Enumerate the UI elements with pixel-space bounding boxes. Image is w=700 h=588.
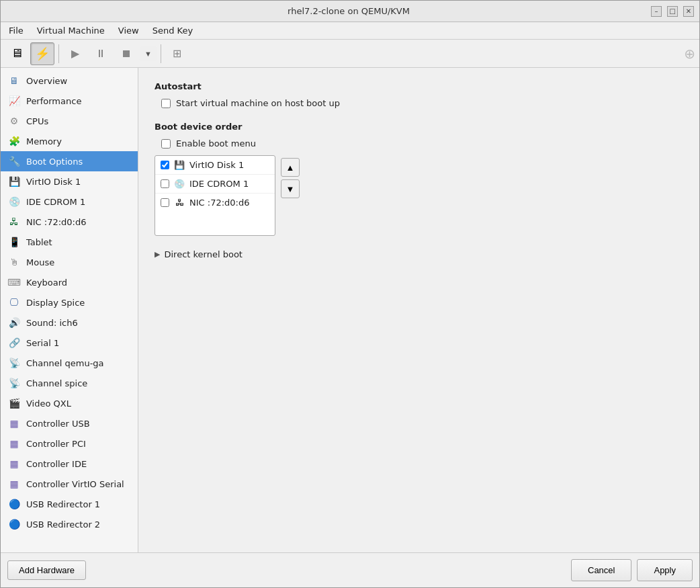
boot-item-checkbox-0[interactable]: [161, 161, 169, 169]
sidebar-item-mouse[interactable]: 🖱 Mouse: [1, 252, 138, 272]
usb-controller-icon: ▦: [7, 417, 21, 430]
monitor-icon: 🖥: [11, 46, 23, 60]
autostart-title: Autostart: [155, 81, 683, 91]
sidebar-label-controller-virtio-serial: Controller VirtIO Serial: [26, 479, 124, 489]
sidebar-item-performance[interactable]: 📈 Performance: [1, 91, 138, 111]
boot-item-checkbox-1[interactable]: [161, 179, 169, 188]
bottom-actions: Cancel Apply: [571, 559, 693, 581]
sidebar-item-channel-spice[interactable]: 📡 Channel spice: [1, 373, 138, 393]
sidebar-item-controller-usb[interactable]: ▦ Controller USB: [1, 413, 138, 433]
sidebar-item-tablet[interactable]: 📱 Tablet: [1, 232, 138, 252]
sidebar-item-controller-ide[interactable]: ▦ Controller IDE: [1, 454, 138, 474]
sidebar-label-controller-pci: Controller PCI: [26, 439, 86, 449]
pause-icon: ⏸: [95, 48, 106, 60]
sidebar-item-overview[interactable]: 🖥 Overview: [1, 71, 138, 91]
cancel-button[interactable]: Cancel: [571, 559, 631, 581]
direct-kernel-boot-header[interactable]: ▶ Direct kernel boot: [155, 249, 683, 259]
channel-qemu-icon: 📡: [7, 356, 21, 370]
boot-order-title: Boot device order: [155, 122, 683, 132]
expand-arrow-icon: ▶: [155, 250, 160, 259]
sidebar-item-sound-ich6[interactable]: 🔊 Sound: ich6: [1, 312, 138, 333]
boot-list-item[interactable]: 💿 IDE CDROM 1: [155, 175, 275, 194]
sidebar-label-usb-redirector-1: USB Redirector 1: [26, 499, 100, 509]
cancel-label: Cancel: [588, 565, 615, 575]
resize-icon: ⊕: [684, 46, 695, 62]
performance-icon: 📈: [7, 94, 21, 108]
sidebar-item-channel-qemu-ga[interactable]: 📡 Channel qemu-ga: [1, 353, 138, 373]
screenshot-button[interactable]: ⊞: [165, 42, 189, 65]
up-arrow-icon: ▲: [286, 163, 295, 173]
autostart-row: Start virtual machine on host boot up: [161, 98, 683, 108]
play-icon: ▶: [71, 47, 79, 60]
main-content: 🖥 Overview 📈 Performance ⚙ CPUs 🧩 Memory…: [1, 68, 699, 552]
boot-item-checkbox-2[interactable]: [161, 198, 169, 207]
direct-kernel-boot-section: ▶ Direct kernel boot: [155, 249, 683, 259]
direct-kernel-boot-label: Direct kernel boot: [164, 249, 242, 259]
apply-button[interactable]: Apply: [637, 559, 693, 581]
sidebar-item-usb-redirector-2[interactable]: 🔵 USB Redirector 2: [1, 514, 138, 534]
sidebar-label-tablet: Tablet: [26, 237, 52, 247]
sidebar-item-nic[interactable]: 🖧 NIC :72:d0:d6: [1, 212, 138, 232]
menu-file[interactable]: File: [3, 24, 29, 37]
nic-icon: 🖧: [7, 215, 21, 228]
sidebar-label-display-spice: Display Spice: [26, 298, 85, 308]
sidebar-item-cpus[interactable]: ⚙ CPUs: [1, 111, 138, 131]
sidebar-item-serial-1[interactable]: 🔗 Serial 1: [1, 333, 138, 353]
ide-controller-icon: ▦: [7, 457, 21, 470]
usb-redirector-2-icon: 🔵: [7, 517, 21, 531]
close-button[interactable]: ✕: [683, 6, 694, 17]
power-off-button[interactable]: ⏹: [114, 42, 138, 65]
pci-controller-icon: ▦: [7, 437, 21, 450]
sidebar-item-virtio-disk-1[interactable]: 💾 VirtIO Disk 1: [1, 171, 138, 192]
enable-boot-menu-checkbox[interactable]: [161, 139, 171, 149]
window-controls: – □ ✕: [651, 6, 694, 17]
menu-send-key[interactable]: Send Key: [147, 24, 198, 37]
sidebar-label-controller-usb: Controller USB: [26, 419, 90, 429]
move-up-button[interactable]: ▲: [281, 158, 300, 177]
boot-item-disk-icon: 💾: [173, 160, 185, 170]
power-on-button[interactable]: ⚡: [30, 42, 54, 65]
show-display-button[interactable]: 🖥: [5, 42, 29, 65]
apply-label: Apply: [654, 565, 676, 575]
boot-list-item[interactable]: 🖧 NIC :72:d0:d6: [155, 194, 275, 212]
menu-view[interactable]: View: [113, 24, 144, 37]
toolbar-separator-1: [58, 44, 59, 63]
autostart-checkbox[interactable]: [161, 99, 171, 108]
move-down-button[interactable]: ▼: [281, 179, 300, 198]
enable-boot-menu-row: Enable boot menu: [161, 138, 683, 149]
sidebar-item-keyboard[interactable]: ⌨ Keyboard: [1, 272, 138, 292]
minimize-button[interactable]: –: [651, 6, 662, 17]
play-button[interactable]: ▶: [63, 42, 87, 65]
sidebar-item-boot-options[interactable]: 🔧 Boot Options: [1, 151, 138, 171]
add-hardware-label: Add Hardware: [19, 565, 75, 575]
maximize-button[interactable]: □: [667, 6, 678, 17]
add-hardware-button[interactable]: Add Hardware: [7, 560, 86, 580]
sidebar-item-display-spice[interactable]: 🖵 Display Spice: [1, 292, 138, 312]
pause-button[interactable]: ⏸: [89, 42, 113, 65]
power-dropdown-button[interactable]: ▼: [140, 46, 157, 61]
display-spice-icon: 🖵: [7, 296, 21, 309]
sidebar-label-channel-qemu-ga: Channel qemu-ga: [26, 358, 104, 368]
sidebar-label-ide-cdrom-1: IDE CDROM 1: [26, 197, 85, 207]
titlebar: rhel7.2-clone on QEMU/KVM – □ ✕: [1, 1, 699, 22]
boot-list-item[interactable]: 💾 VirtIO Disk 1: [155, 156, 275, 175]
sidebar-item-video-qxl[interactable]: 🎬 Video QXL: [1, 393, 138, 413]
sidebar-item-usb-redirector-1[interactable]: 🔵 USB Redirector 1: [1, 494, 138, 514]
boot-list: 💾 VirtIO Disk 1 💿 IDE CDROM 1 🖧: [155, 155, 275, 236]
sidebar-item-controller-pci[interactable]: ▦ Controller PCI: [1, 433, 138, 454]
sidebar-item-controller-virtio-serial[interactable]: ▦ Controller VirtIO Serial: [1, 474, 138, 494]
sidebar-item-ide-cdrom-1[interactable]: 💿 IDE CDROM 1: [1, 192, 138, 212]
memory-icon: 🧩: [7, 134, 21, 148]
sidebar-label-performance: Performance: [26, 96, 81, 106]
autostart-label[interactable]: Start virtual machine on host boot up: [176, 98, 340, 108]
virtio-controller-icon: ▦: [7, 477, 21, 491]
serial-icon: 🔗: [7, 336, 21, 349]
channel-spice-icon: 📡: [7, 376, 21, 390]
sidebar-label-video-qxl: Video QXL: [26, 398, 71, 409]
enable-boot-menu-label[interactable]: Enable boot menu: [176, 138, 256, 149]
sidebar-label-usb-redirector-2: USB Redirector 2: [26, 519, 100, 530]
menu-virtual-machine[interactable]: Virtual Machine: [32, 24, 110, 37]
sidebar-label-mouse: Mouse: [26, 257, 54, 267]
sidebar-item-memory[interactable]: 🧩 Memory: [1, 131, 138, 151]
bottom-bar: Add Hardware Cancel Apply: [1, 552, 699, 587]
